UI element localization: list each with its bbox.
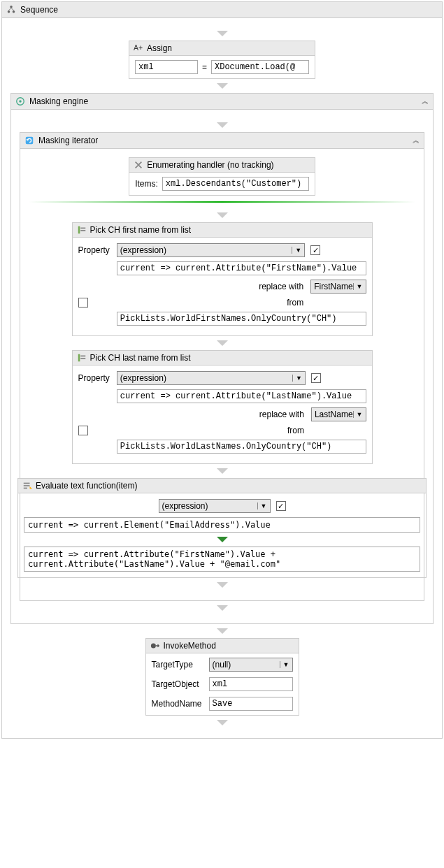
- property-expr-input[interactable]: current => current.Attribute("LastName")…: [117, 389, 366, 403]
- svg-point-1: [8, 10, 10, 13]
- masking-engine-header[interactable]: Masking engine ︽: [11, 94, 433, 110]
- svg-rect-15: [24, 488, 27, 489]
- replace-label: replace with: [117, 282, 305, 291]
- flow-arrow-icon: [217, 605, 228, 611]
- chevron-down-icon: ▼: [353, 283, 363, 290]
- eval-expr1-input[interactable]: current => current.Element("EmailAddress…: [24, 517, 420, 533]
- enum-handler-header: Enumerating handler (no tracking): [129, 158, 315, 173]
- svg-rect-7: [78, 226, 80, 234]
- chevron-down-icon: ▼: [280, 661, 289, 668]
- assign-title: Assign: [147, 43, 172, 53]
- target-object-input[interactable]: xml: [209, 677, 293, 691]
- flow-arrow-icon: [217, 628, 228, 634]
- property-expr-input[interactable]: current => current.Attribute("FirstName"…: [117, 261, 366, 275]
- enum-handler-title: Enumerating handler (no tracking): [147, 160, 273, 170]
- svg-rect-11: [80, 356, 85, 357]
- flow-arrow-icon: [217, 468, 228, 474]
- enumerating-handler-box[interactable]: Enumerating handler (no tracking) Items:…: [129, 157, 315, 196]
- collapse-icon[interactable]: ︽: [413, 136, 420, 145]
- pick-lastname-activity[interactable]: Pick CH last name from list Property (ex…: [72, 350, 373, 464]
- property-checkbox[interactable]: ✓: [311, 373, 321, 383]
- collapse-icon[interactable]: ︽: [422, 96, 429, 106]
- flow-arrow-icon: [217, 212, 228, 218]
- svg-rect-6: [26, 137, 34, 145]
- property-checkbox[interactable]: ✓: [310, 245, 320, 255]
- chevron-down-icon: ▼: [257, 502, 267, 509]
- assign-equals: =: [202, 62, 207, 72]
- masking-iterator-header[interactable]: Masking iterator ︽: [20, 133, 424, 149]
- svg-point-16: [150, 644, 155, 649]
- eval-title: Evaluate text function(item): [36, 481, 137, 491]
- flow-arrow-icon: [217, 31, 228, 36]
- flow-arrow-icon: [217, 582, 228, 588]
- sequence-title: Sequence: [20, 5, 58, 15]
- eval-combo[interactable]: (expression)▼: [159, 499, 271, 513]
- replace-combo[interactable]: FirstName▼: [310, 280, 366, 294]
- property-combo[interactable]: (expression)▼: [117, 243, 305, 257]
- sequence-header[interactable]: Sequence: [2, 2, 442, 18]
- evaluate-text-activity[interactable]: Evaluate text function(item) (expression…: [17, 478, 427, 578]
- handler-icon: [134, 160, 143, 170]
- assign-left-input[interactable]: xml: [135, 60, 198, 74]
- sequence-icon: [6, 5, 16, 15]
- replace-label: replace with: [117, 410, 306, 419]
- svg-point-5: [19, 100, 22, 103]
- from-input[interactable]: PickLists.WorldLastNames.OnlyCountry("CH…: [117, 440, 366, 454]
- svg-rect-9: [80, 230, 85, 231]
- target-object-label: TargetObject: [152, 679, 202, 689]
- svg-text:A+B: A+B: [134, 43, 143, 52]
- property-combo[interactable]: (expression)▼: [117, 371, 306, 385]
- target-type-combo[interactable]: (null)▼: [209, 658, 293, 672]
- invoke-header: InvokeMethod: [146, 639, 299, 653]
- replace-checkbox[interactable]: [78, 426, 88, 435]
- from-input[interactable]: PickLists.WorldFirstNames.OnlyCountry("C…: [117, 312, 366, 326]
- sequence-panel: Sequence A+B Assign xml = XDocument.Load…: [1, 1, 443, 739]
- invoke-method-activity[interactable]: InvokeMethod TargetType (null)▼ TargetOb…: [145, 638, 299, 716]
- method-name-input[interactable]: Save: [209, 697, 293, 711]
- from-label: from: [117, 298, 305, 308]
- flow-arrow-icon: [217, 122, 228, 128]
- invoke-icon: [150, 641, 160, 651]
- masking-engine-panel: Masking engine ︽ Masking iterator ︽: [10, 93, 434, 624]
- assign-right-input[interactable]: XDocument.Load(@: [211, 60, 309, 74]
- pick2-title: Pick CH last name from list: [90, 353, 191, 363]
- invoke-title: InvokeMethod: [164, 641, 216, 651]
- svg-rect-12: [80, 358, 85, 359]
- replace-checkbox[interactable]: [78, 298, 88, 308]
- chevron-down-icon: ▼: [353, 411, 363, 418]
- svg-rect-10: [78, 354, 80, 362]
- property-label: Property: [78, 373, 111, 383]
- eval-header: Evaluate text function(item): [18, 479, 426, 493]
- items-input[interactable]: xml.Descendants("Customer"): [162, 177, 309, 191]
- svg-rect-13: [24, 483, 30, 484]
- svg-rect-8: [80, 228, 85, 229]
- assign-activity[interactable]: A+B Assign xml = XDocument.Load(@: [129, 41, 315, 79]
- svg-rect-14: [24, 485, 30, 486]
- assign-icon: A+B: [134, 43, 143, 53]
- svg-point-2: [13, 10, 15, 13]
- flow-arrow-icon: [217, 83, 228, 89]
- eval-expr2-input[interactable]: current => current.Attribute("FirstName"…: [24, 547, 420, 572]
- replace-combo[interactable]: LastName▼: [311, 407, 366, 421]
- method-name-label: MethodName: [152, 699, 202, 709]
- svg-point-0: [10, 6, 13, 8]
- flow-arrow-green-icon: [217, 537, 228, 542]
- chevron-down-icon: ▼: [292, 247, 301, 254]
- flow-arrow-icon: [217, 340, 228, 346]
- assign-header: A+B Assign: [129, 41, 315, 56]
- masking-engine-title: Masking engine: [29, 96, 88, 106]
- masking-iterator-panel: Masking iterator ︽ Enumerating handler (…: [20, 132, 424, 601]
- pick1-header: Pick CH first name from list: [73, 223, 372, 238]
- property-label: Property: [78, 245, 111, 255]
- separator: [29, 201, 415, 203]
- masking-iterator-title: Masking iterator: [38, 136, 98, 145]
- items-label: Items:: [135, 179, 158, 189]
- from-label: from: [117, 426, 306, 435]
- target-type-label: TargetType: [152, 660, 202, 670]
- eval-checkbox[interactable]: ✓: [276, 501, 286, 511]
- eval-icon: [22, 481, 32, 491]
- masking-engine-icon: [15, 96, 25, 106]
- pick-icon: [77, 225, 87, 235]
- iterator-icon: [24, 136, 34, 145]
- pick-firstname-activity[interactable]: Pick CH first name from list Property (e…: [72, 222, 373, 336]
